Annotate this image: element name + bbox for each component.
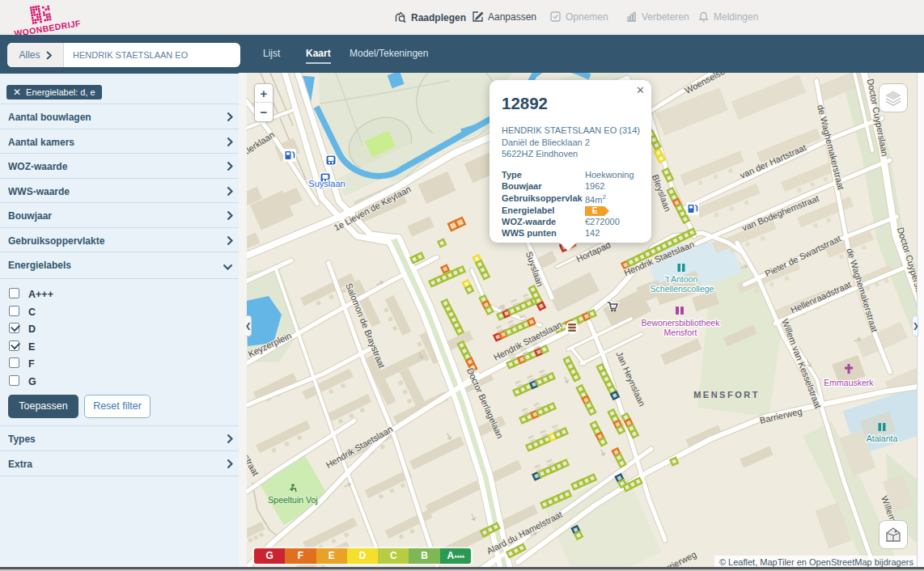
svg-text:Atalanta: Atalanta (867, 434, 898, 443)
svg-text:MENSFORT: MENSFORT (693, 390, 760, 400)
svg-text:Bewonersbibliotheek: Bewonersbibliotheek (642, 318, 721, 328)
svg-text:Mensfort: Mensfort (664, 328, 697, 337)
svg-text:Suyslaan: Suyslaan (308, 179, 345, 188)
svg-text:Emmauskerk: Emmauskerk (824, 378, 874, 387)
svg-text:'t Antoon: 't Antoon (665, 274, 698, 284)
svg-text:Schellenscollege: Schellenscollege (651, 284, 714, 294)
svg-text:Speeltuin Voj: Speeltuin Voj (268, 495, 317, 505)
